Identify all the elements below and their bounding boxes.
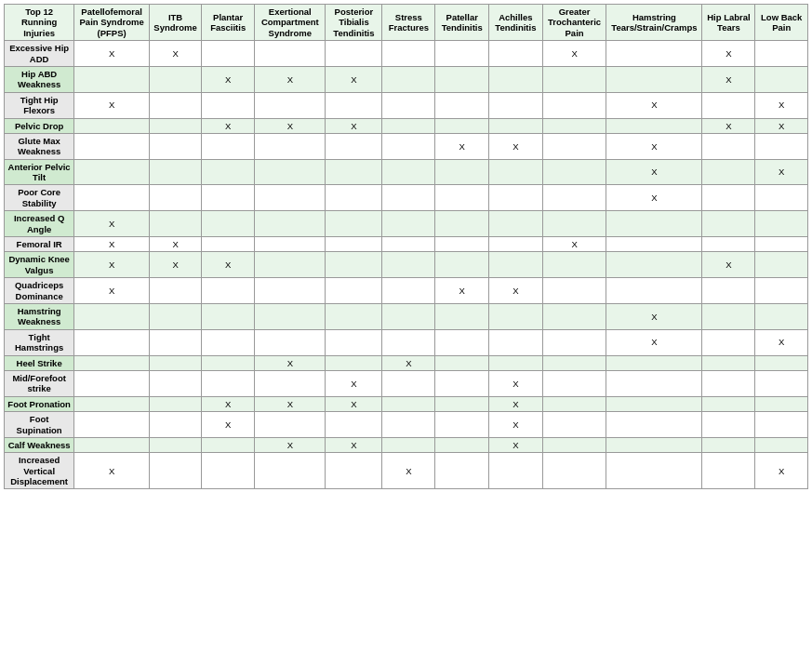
cell-plantar: X bbox=[202, 252, 255, 278]
table-row: Quadriceps DominanceXXX bbox=[5, 278, 808, 304]
cell-ecs bbox=[255, 453, 326, 489]
cell-plantar bbox=[202, 453, 255, 489]
cell-greater bbox=[542, 396, 606, 411]
cell-greater bbox=[542, 185, 606, 211]
cell-post_tib bbox=[326, 237, 382, 252]
table-row: Hamstring WeaknessX bbox=[5, 303, 808, 329]
cell-ecs bbox=[255, 185, 326, 211]
cell-post_tib bbox=[326, 453, 382, 489]
cell-ecs: X bbox=[255, 396, 326, 411]
cell-plantar bbox=[202, 237, 255, 252]
cell-itb bbox=[149, 303, 201, 329]
cell-hamstring bbox=[606, 252, 702, 278]
col-header-hip-labral: Hip Labral Tears bbox=[702, 5, 755, 41]
cell-stress bbox=[382, 396, 435, 411]
cell-hip_labral: X bbox=[702, 66, 755, 92]
cell-hamstring bbox=[606, 41, 702, 67]
cell-patellar bbox=[435, 370, 489, 396]
table-row: Increased Vertical DisplacementXXX bbox=[5, 453, 808, 489]
cell-itb bbox=[149, 118, 201, 133]
row-injury-label: Tight Hamstrings bbox=[5, 329, 74, 355]
cell-stress bbox=[382, 370, 435, 396]
cell-hip_labral: X bbox=[702, 118, 755, 133]
cell-patellar bbox=[435, 159, 489, 185]
cell-ecs: X bbox=[255, 66, 326, 92]
cell-hamstring bbox=[606, 370, 702, 396]
cell-pfps: X bbox=[74, 278, 150, 304]
cell-greater bbox=[542, 278, 606, 304]
cell-achilles bbox=[489, 329, 543, 355]
cell-itb bbox=[149, 355, 201, 370]
cell-achilles bbox=[489, 355, 543, 370]
cell-achilles bbox=[489, 41, 543, 67]
cell-itb bbox=[149, 396, 201, 411]
cell-hamstring: X bbox=[606, 92, 702, 118]
cell-hamstring bbox=[606, 237, 702, 252]
cell-hamstring: X bbox=[606, 303, 702, 329]
cell-ecs bbox=[255, 370, 326, 396]
row-injury-label: Increased Q Angle bbox=[5, 211, 74, 237]
cell-hip_labral bbox=[702, 159, 755, 185]
row-injury-label: Foot Pronation bbox=[5, 396, 74, 411]
cell-low_back: X bbox=[755, 329, 808, 355]
row-injury-label: Glute Max Weakness bbox=[5, 133, 74, 159]
row-injury-label: Increased Vertical Displacement bbox=[5, 453, 74, 489]
cell-pfps bbox=[74, 133, 150, 159]
cell-itb: X bbox=[149, 237, 201, 252]
cell-post_tib bbox=[326, 252, 382, 278]
cell-stress: X bbox=[382, 355, 435, 370]
cell-itb bbox=[149, 133, 201, 159]
row-injury-label: Femoral IR bbox=[5, 237, 74, 252]
cell-plantar bbox=[202, 355, 255, 370]
table-row: Excessive Hip ADDXXXX bbox=[5, 41, 808, 67]
cell-patellar: X bbox=[435, 133, 489, 159]
cell-pfps: X bbox=[74, 41, 150, 67]
cell-hamstring bbox=[606, 355, 702, 370]
cell-greater bbox=[542, 211, 606, 237]
cell-ecs bbox=[255, 211, 326, 237]
cell-patellar bbox=[435, 237, 489, 252]
cell-patellar bbox=[435, 211, 489, 237]
cell-ecs: X bbox=[255, 118, 326, 133]
cell-achilles bbox=[489, 92, 543, 118]
cell-hip_labral bbox=[702, 370, 755, 396]
row-injury-label: Hip ABD Weakness bbox=[5, 66, 74, 92]
cell-patellar bbox=[435, 396, 489, 411]
cell-pfps: X bbox=[74, 92, 150, 118]
cell-hip_labral bbox=[702, 278, 755, 304]
cell-ecs: X bbox=[255, 437, 326, 452]
cell-hamstring bbox=[606, 66, 702, 92]
cell-greater: X bbox=[542, 237, 606, 252]
cell-achilles bbox=[489, 453, 543, 489]
cell-hamstring bbox=[606, 412, 702, 438]
cell-low_back bbox=[755, 237, 808, 252]
cell-hip_labral bbox=[702, 453, 755, 489]
cell-hip_labral bbox=[702, 185, 755, 211]
cell-hamstring bbox=[606, 396, 702, 411]
table-row: Poor Core StabilityX bbox=[5, 185, 808, 211]
cell-itb bbox=[149, 92, 201, 118]
cell-stress bbox=[382, 41, 435, 67]
cell-ecs: X bbox=[255, 355, 326, 370]
cell-stress bbox=[382, 237, 435, 252]
cell-hamstring bbox=[606, 118, 702, 133]
cell-patellar bbox=[435, 303, 489, 329]
cell-post_tib: X bbox=[326, 437, 382, 452]
cell-pfps: X bbox=[74, 252, 150, 278]
cell-itb: X bbox=[149, 41, 201, 67]
cell-achilles bbox=[489, 303, 543, 329]
cell-pfps bbox=[74, 303, 150, 329]
cell-post_tib bbox=[326, 41, 382, 67]
col-header-hamstring: Hamstring Tears/Strain/Cramps bbox=[606, 5, 702, 41]
cell-stress bbox=[382, 252, 435, 278]
cell-achilles: X bbox=[489, 370, 543, 396]
row-injury-label: Tight Hip Flexors bbox=[5, 92, 74, 118]
cell-achilles: X bbox=[489, 396, 543, 411]
cell-low_back bbox=[755, 211, 808, 237]
cell-ecs bbox=[255, 159, 326, 185]
cell-achilles bbox=[489, 252, 543, 278]
cell-itb bbox=[149, 370, 201, 396]
cell-plantar: X bbox=[202, 412, 255, 438]
cell-patellar bbox=[435, 437, 489, 452]
cell-hamstring: X bbox=[606, 133, 702, 159]
